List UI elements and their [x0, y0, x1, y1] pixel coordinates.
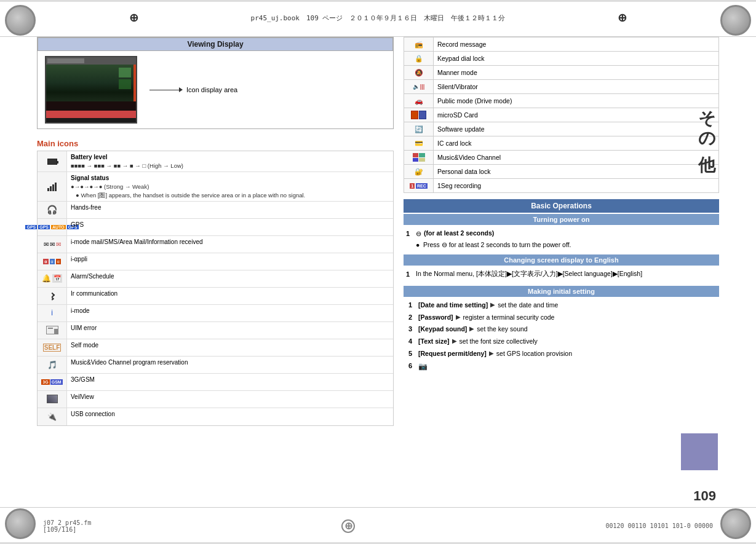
initial-step-1: 1 [Date and time setting] ▶ set the date…: [408, 299, 714, 312]
is-5-arrow: ▶: [489, 348, 494, 360]
crosshair-top-right: ⊕: [618, 11, 627, 25]
screen-body: [46, 65, 136, 111]
gps-label-1: GPS: [25, 225, 37, 229]
icon-row-3g: 3G GSM 3G/GSM: [38, 374, 393, 391]
bottom-bar: j07_2_pr45.fm [109/116] ⊕ 00120 00110 10…: [0, 507, 756, 544]
gsm-box: GSM: [50, 379, 63, 385]
microsd-icon: [411, 111, 426, 119]
silent-icon: 🔈 |||: [413, 84, 425, 90]
screen-icon-bar: [47, 58, 84, 63]
is-1-bold: [Date and time setting]: [418, 299, 488, 312]
3g-desc: 3G/GSM: [67, 374, 393, 390]
basic-ops-header: Basic Operations: [404, 199, 719, 213]
sig-bar-2: [50, 186, 52, 191]
purple-sidebar-box: [681, 433, 718, 470]
self-icon-cell: SELF: [38, 339, 67, 356]
record-label: Record message: [434, 39, 718, 49]
imode-icon-cell: i: [38, 305, 67, 321]
ic-icon: 💳: [415, 140, 423, 148]
right-row-microsd: microSD Card: [404, 108, 718, 122]
icon-row-signal: Signal status ●→●→●→● (Strong → Weak) ● …: [38, 172, 393, 202]
silent-icon-cell: 🔈 |||: [404, 80, 434, 93]
usb-icon-cell: 🔌: [38, 408, 67, 425]
musicvideo-label: Music&Video Channel: [434, 152, 718, 162]
arrow-line: [149, 90, 180, 90]
mv-block-4: [419, 158, 425, 162]
is-5-rest: set GPS location provision: [496, 348, 572, 360]
bullet-sym: ●: [416, 240, 421, 250]
bullet-text: Press ⊖ for at least 2 seconds to turn t…: [423, 240, 571, 250]
is-4-bold: [Text size]: [418, 336, 450, 348]
is-1-rest: set the date and time: [498, 299, 558, 312]
ic-icon-cell: 💳: [404, 136, 434, 150]
mail-icon: ✉ ✉ ✉: [44, 241, 61, 248]
bottom-cross-symbol: ⊕: [341, 519, 355, 533]
initial-steps-content: 1 [Date and time setting] ▶ set the date…: [404, 297, 719, 376]
gps-icon-cell: GPS GPS AUTO GPS: [38, 219, 67, 235]
battery-desc: Battery level ■■■■ → ■■■ → ■■ → ■ → □ (H…: [67, 151, 393, 171]
ir-label: Ir communication: [71, 290, 117, 297]
alarm-icon: 🔔 📅: [42, 274, 62, 283]
changing-screen-header: Changing screen display to English: [404, 254, 719, 266]
sig-bar-4: [55, 183, 57, 191]
personal-icon: 🔐: [415, 168, 423, 176]
right-row-musicvideo: Music&Video Channel: [404, 151, 718, 165]
right-row-software: 🔄 Software update: [404, 122, 718, 136]
music-desc: Music&Video Channel program reservation: [67, 357, 393, 373]
alarm-desc: Alarm/Schedule: [67, 270, 393, 287]
step1-text: (for at least 2 seconds): [424, 229, 494, 238]
handsfree-label: Hands-free: [71, 204, 101, 211]
main-icons-section: Main icons Battery level ■■■■ → ■■■ →: [37, 136, 394, 426]
is-3-num: 3: [408, 323, 416, 336]
3g-icon-cell: 3G GSM: [38, 374, 67, 390]
handsfree-desc: Hands-free: [67, 202, 393, 218]
arrow-head: [179, 87, 183, 92]
mail-label: i-mode mail/SMS/Area Mail/Information re…: [71, 238, 203, 245]
iappli-icon-2: α: [50, 259, 55, 264]
changing-screen-title: Changing screen display to English: [504, 256, 618, 264]
microsd-label: microSD Card: [434, 110, 718, 120]
turning-power-content: 1 ⊖ (for at least 2 seconds) ● Press ⊖ f…: [404, 225, 719, 253]
viewing-display-header: Viewing Display: [38, 37, 393, 51]
making-initial-title: Making initial setting: [528, 288, 595, 295]
icon-row-veil: VeilView: [38, 391, 393, 408]
ir-icon: [50, 292, 54, 300]
alarm-label: Alarm/Schedule: [71, 273, 114, 280]
usb-desc: USB connection: [67, 408, 393, 425]
japanese-sidebar-text: その他: [694, 98, 718, 145]
manner-label: Manner mode: [434, 68, 718, 77]
icon-row-battery: Battery level ■■■■ → ■■■ → ■■ → ■ → □ (H…: [38, 151, 393, 172]
uim-icon: [46, 326, 58, 334]
is-6-num: 6: [408, 360, 416, 374]
icon-display-label-area: Icon display area: [149, 56, 237, 124]
microsd-icon-cell: [404, 108, 434, 122]
sd-card-1: [411, 111, 418, 119]
right-icons-wrapper: 📻 Record message 🔒 Keypad dial lock 🔕: [404, 37, 719, 193]
screen-green-icons: [119, 68, 131, 89]
page-number: 109: [693, 488, 716, 504]
ir-desc: Ir communication: [67, 288, 393, 304]
signal-icon: [47, 183, 57, 191]
right-row-personal: 🔐 Personal data lock: [404, 165, 718, 179]
iappli-icon-3: α: [56, 259, 61, 264]
ir-arrow-2: [50, 297, 54, 301]
icon-row-music: 🎵 Music&Video Channel program reservatio…: [38, 357, 393, 374]
mv-block-2: [419, 153, 425, 157]
sd-card-2: [419, 111, 426, 119]
mail-desc: i-mode mail/SMS/Area Mail/Information re…: [67, 236, 393, 253]
iappli-icon: α α α: [43, 259, 60, 264]
right-row-ic: 💳 IC card lock: [404, 136, 718, 151]
uim-desc: UIM error: [67, 322, 393, 339]
handsfree-icon-cell: 🎧: [38, 202, 67, 218]
initial-step-2: 2 [Password] ▶ register a terminal secur…: [408, 312, 714, 324]
1seg-box-2: REC: [416, 183, 428, 189]
keypad-icon-cell: 🔒: [404, 52, 434, 65]
music-label: Music&Video Channel program reservation: [71, 359, 188, 366]
signal-sub: ●→●→●→● (Strong → Weak): [71, 183, 389, 191]
gps-label-2: GPS: [38, 225, 50, 229]
battery-full: [47, 159, 57, 165]
software-label: Software update: [434, 124, 718, 134]
is-5-bold: [Request permit/deny]: [418, 348, 487, 360]
icon-row-self: SELF Self mode: [38, 339, 393, 357]
public-icon: 🚗: [415, 97, 423, 105]
